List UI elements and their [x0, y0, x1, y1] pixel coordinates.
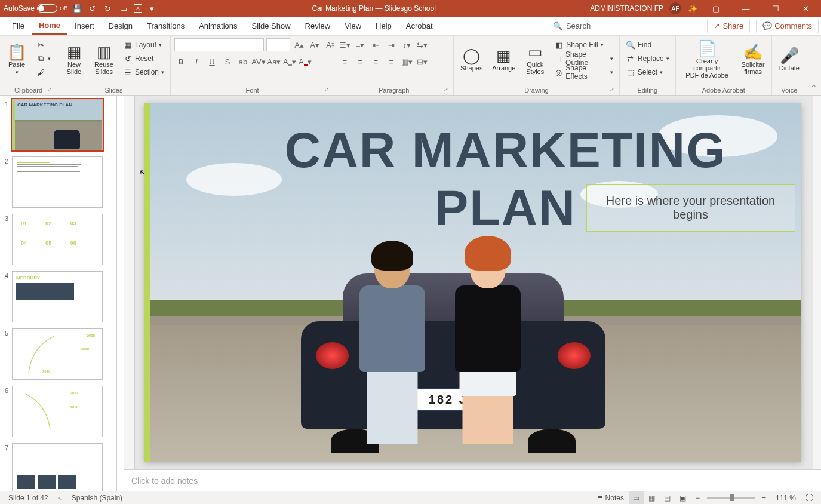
- numbering-button[interactable]: ≡▾: [353, 38, 367, 51]
- slideshow-view-icon[interactable]: ▣: [675, 491, 691, 505]
- share-button[interactable]: ↗ Share: [707, 19, 750, 33]
- zoom-slider[interactable]: [707, 497, 755, 499]
- tab-help[interactable]: Help: [368, 18, 399, 34]
- line-spacing-button[interactable]: ↕▾: [400, 38, 413, 51]
- tab-view[interactable]: View: [337, 18, 368, 34]
- bullets-button[interactable]: ☰▾: [338, 38, 351, 51]
- text-direction-button[interactable]: ⇆▾: [416, 38, 429, 51]
- user-avatar[interactable]: AF: [669, 2, 681, 14]
- undo-icon[interactable]: ↺: [87, 3, 98, 14]
- columns-button[interactable]: ▥▾: [400, 55, 413, 68]
- tab-file[interactable]: File: [5, 18, 32, 34]
- underline-button[interactable]: U: [205, 55, 219, 68]
- new-slide-button[interactable]: ▦ New Slide: [61, 38, 87, 81]
- highlight-color-button[interactable]: A▾: [283, 55, 296, 68]
- align-right-button[interactable]: ≡: [369, 55, 382, 68]
- tab-acrobat[interactable]: Acrobat: [399, 18, 440, 34]
- slide-thumbnail-panel[interactable]: 1 CAR MARKETING PLAN 2 3 010203040506 4: [0, 96, 117, 491]
- italic-button[interactable]: I: [190, 55, 203, 68]
- save-icon[interactable]: 💾: [72, 3, 82, 14]
- reuse-slides-button[interactable]: ▥ Reuse Slides: [91, 38, 117, 81]
- toggle-switch[interactable]: [37, 4, 57, 13]
- autosave-toggle[interactable]: AutoSave Off: [4, 4, 67, 13]
- bold-button[interactable]: B: [174, 55, 187, 68]
- font-family-input[interactable]: [174, 38, 264, 51]
- slide-thumbnail-1[interactable]: CAR MARKETING PLAN: [12, 99, 103, 150]
- select-button[interactable]: ⬚Select▾: [623, 66, 672, 79]
- align-text-button[interactable]: ⊟▾: [416, 55, 429, 68]
- qat-customize-icon[interactable]: ▾: [147, 3, 158, 14]
- decrease-indent-button[interactable]: ⇤: [369, 38, 382, 51]
- dialog-launcher-icon[interactable]: ⤢: [610, 87, 614, 93]
- redo-icon[interactable]: ↻: [103, 3, 113, 14]
- zoom-out-button[interactable]: −: [691, 491, 705, 504]
- coming-soon-icon[interactable]: ✨: [687, 3, 698, 14]
- arrange-button[interactable]: ▦Arrange: [489, 38, 518, 81]
- slide-subtitle-box[interactable]: Here is where your presentation begins: [586, 184, 795, 232]
- fit-to-window-icon[interactable]: ⛶: [801, 491, 817, 504]
- cut-button[interactable]: ✂: [33, 38, 53, 51]
- tab-design[interactable]: Design: [102, 18, 140, 34]
- slide-thumbnail-2[interactable]: [12, 156, 103, 208]
- slide-canvas[interactable]: ↖ CAR MARKETING PLAN Here is where your …: [124, 96, 821, 469]
- dialog-launcher-icon[interactable]: ⤢: [47, 87, 52, 93]
- reset-button[interactable]: ↺Reset: [121, 52, 167, 65]
- account-name[interactable]: ADMINISTRACION FP: [590, 4, 663, 13]
- align-left-button[interactable]: ≡: [338, 55, 351, 68]
- shapes-button[interactable]: ◯Shapes: [457, 38, 485, 81]
- shape-effects-button[interactable]: ◎Shape Effects▾: [552, 66, 616, 79]
- tab-transitions[interactable]: Transitions: [140, 18, 192, 34]
- slide-counter[interactable]: Slide 1 of 42: [4, 491, 53, 504]
- vertical-scrollbar[interactable]: [813, 96, 821, 469]
- slide-thumbnail-4[interactable]: MERCURY: [12, 271, 103, 322]
- justify-button[interactable]: ≡: [385, 55, 398, 68]
- normal-view-icon[interactable]: ▭: [629, 491, 644, 505]
- close-icon[interactable]: ✕: [794, 1, 817, 16]
- tab-review[interactable]: Review: [298, 18, 338, 34]
- font-color-button[interactable]: A▾: [299, 55, 312, 68]
- format-painter-button[interactable]: 🖌: [33, 66, 53, 79]
- align-center-button[interactable]: ≡: [353, 55, 367, 68]
- reading-view-icon[interactable]: ▤: [660, 491, 675, 505]
- slide-thumbnail-7[interactable]: [12, 443, 103, 491]
- thumbnail-scrollbar[interactable]: [117, 96, 124, 491]
- collapse-ribbon-icon[interactable]: ⌃: [807, 36, 821, 95]
- shape-fill-button[interactable]: ◧Shape Fill▾: [552, 38, 616, 51]
- search-button[interactable]: 🔍 Search: [547, 19, 596, 33]
- zoom-in-button[interactable]: +: [757, 491, 771, 504]
- increase-font-icon[interactable]: A▴: [293, 38, 306, 51]
- slide-thumbnail-5[interactable]: 2005 2008 2010: [12, 328, 103, 380]
- dictate-button[interactable]: 🎤Dictate: [776, 38, 803, 81]
- copy-button[interactable]: ⧉▾: [33, 52, 53, 65]
- comments-button[interactable]: 💬 Comments: [756, 19, 819, 33]
- find-button[interactable]: 🔍Find: [623, 38, 672, 51]
- tab-insert[interactable]: Insert: [67, 18, 102, 34]
- qat-icon[interactable]: A: [134, 4, 142, 13]
- maximize-icon[interactable]: ☐: [764, 1, 788, 16]
- ribbon-display-options-icon[interactable]: ▢: [704, 1, 728, 16]
- shape-outline-button[interactable]: ◻Shape Outline▾: [552, 52, 616, 65]
- char-spacing-button[interactable]: AV▾: [252, 55, 265, 68]
- tab-home[interactable]: Home: [32, 17, 67, 35]
- layout-button[interactable]: ▦Layout▾: [121, 38, 167, 51]
- dialog-launcher-icon[interactable]: ⤢: [324, 87, 329, 93]
- dialog-launcher-icon[interactable]: ⤢: [444, 87, 448, 93]
- decrease-font-icon[interactable]: A▾: [308, 38, 321, 51]
- tab-animations[interactable]: Animations: [192, 18, 244, 34]
- paste-button[interactable]: 📋 Paste ▾: [4, 38, 30, 81]
- replace-button[interactable]: ⇄Replace▾: [623, 52, 672, 65]
- slide[interactable]: CAR MARKETING PLAN Here is where your pr…: [144, 103, 801, 462]
- create-share-pdf-button[interactable]: 📄Crear y compartir PDF de Adobe: [679, 38, 735, 81]
- strikethrough-button[interactable]: ab: [236, 55, 250, 68]
- change-case-button[interactable]: Aa▾: [267, 55, 281, 68]
- minimize-icon[interactable]: —: [734, 1, 758, 16]
- shadow-button[interactable]: S: [221, 55, 234, 68]
- language-status[interactable]: Spanish (Spain): [67, 491, 127, 504]
- font-size-input[interactable]: [266, 38, 290, 51]
- notes-pane[interactable]: Click to add notes: [124, 469, 821, 491]
- slideshow-start-icon[interactable]: ▭: [118, 3, 129, 14]
- notes-toggle[interactable]: ≣Notes: [592, 491, 629, 504]
- slide-thumbnail-6[interactable]: 2012 2016: [12, 386, 103, 437]
- quick-styles-button[interactable]: ▭Quick Styles: [522, 38, 548, 81]
- zoom-level[interactable]: 111 %: [771, 491, 801, 504]
